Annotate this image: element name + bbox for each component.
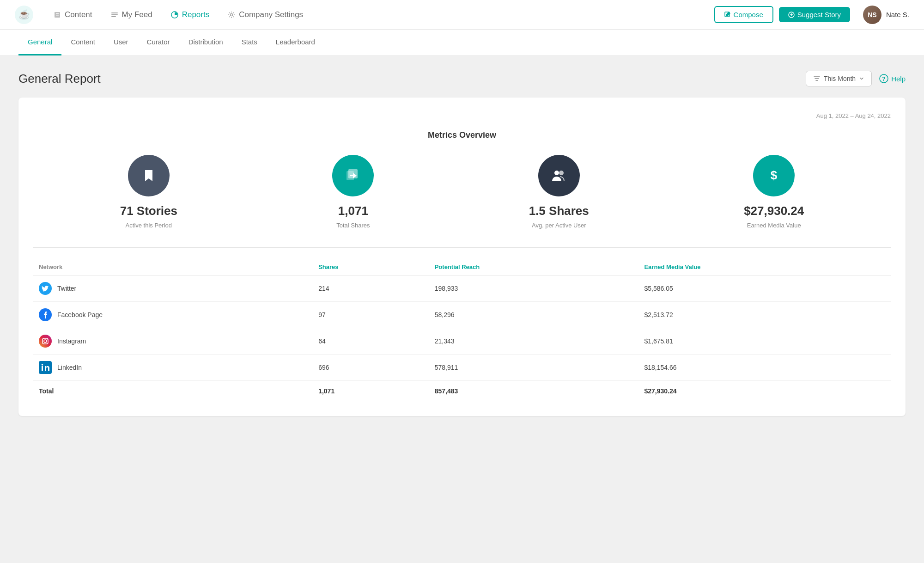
svg-point-9 (231, 13, 233, 16)
stories-value: 71 Stories (120, 204, 177, 218)
svg-rect-3 (56, 13, 59, 14)
nav-reports[interactable]: Reports (162, 0, 219, 30)
reach-cell: 198,933 (429, 275, 639, 302)
svg-text:?: ? (882, 76, 885, 82)
metric-emv: $ $27,930.24 Earned Media Value (744, 155, 804, 229)
svg-point-27 (42, 364, 43, 366)
avg-shares-label: Avg. per Active User (532, 222, 586, 229)
table-header-row: Network Shares Potential Reach Earned Me… (33, 259, 891, 275)
emv-cell: $18,154.66 (638, 355, 891, 381)
total-label: Total (33, 381, 313, 402)
total-row: Total 1,071 857,483 $27,930.24 (33, 381, 891, 402)
network-cell: LinkedIn (33, 355, 313, 381)
network-cell: Twitter (33, 275, 313, 302)
users-icon (538, 155, 580, 196)
col-shares: Shares (313, 259, 429, 275)
nav-content[interactable]: Content (44, 0, 102, 30)
metric-stories: 71 Stories Active this Period (120, 155, 177, 229)
suggest-story-button[interactable]: Suggest Story (779, 7, 850, 22)
help-link[interactable]: ? Help (879, 74, 906, 83)
shares-cell: 214 (313, 275, 429, 302)
compose-button[interactable]: Compose (714, 6, 773, 23)
app-logo[interactable]: ☕ (15, 6, 33, 24)
page-header: General Report This Month ? Help (18, 71, 906, 86)
metrics-grid: 71 Stories Active this Period 1,071 Tota… (33, 155, 891, 229)
report-card: Aug 1, 2022 – Aug 24, 2022 Metrics Overv… (18, 98, 906, 416)
tab-curator[interactable]: Curator (138, 30, 179, 55)
svg-rect-5 (111, 12, 118, 13)
svg-point-17 (559, 171, 564, 175)
network-icon-linkedin (39, 361, 52, 374)
svg-text:$: $ (771, 168, 778, 182)
header-right: This Month ? Help (806, 71, 906, 86)
emv-cell: $2,513.72 (638, 302, 891, 328)
stories-label: Active this Period (126, 222, 172, 229)
nav-my-feed[interactable]: My Feed (102, 0, 162, 30)
avg-shares-value: 1.5 Shares (529, 204, 589, 218)
svg-rect-4 (56, 15, 59, 16)
network-icon-instagram (39, 335, 52, 348)
metric-total-shares: 1,071 Total Shares (332, 155, 374, 229)
tab-leaderboard[interactable]: Leaderboard (267, 30, 324, 55)
network-cell: Instagram (33, 328, 313, 355)
shares-cell: 696 (313, 355, 429, 381)
date-range: Aug 1, 2022 – Aug 24, 2022 (33, 112, 891, 119)
nav-company-settings[interactable]: Company Settings (219, 0, 312, 30)
nav-links: Content My Feed Reports Company Settings (44, 0, 714, 30)
network-table: Network Shares Potential Reach Earned Me… (33, 259, 891, 401)
top-navigation: ☕ Content My Feed Reports (0, 0, 924, 30)
tab-user[interactable]: User (104, 30, 138, 55)
tab-general[interactable]: General (18, 30, 61, 55)
stories-icon (128, 155, 170, 196)
network-icon-twitter (39, 282, 52, 295)
table-row: Instagram 64 21,343 $1,675.81 (33, 328, 891, 355)
network-icon-facebook (39, 308, 52, 321)
svg-rect-26 (42, 366, 43, 371)
svg-rect-6 (111, 14, 118, 15)
emv-cell: $1,675.81 (638, 328, 891, 355)
nav-actions: Compose Suggest Story NS Nate S. (714, 6, 909, 24)
dollar-icon: $ (753, 155, 795, 196)
emv-cell: $5,586.05 (638, 275, 891, 302)
emv-value: $27,930.24 (744, 204, 804, 218)
avatar: NS (863, 6, 881, 24)
table-row: LinkedIn 696 578,911 $18,154.66 (33, 355, 891, 381)
svg-text:☕: ☕ (18, 9, 30, 20)
user-menu[interactable]: NS Nate S. (863, 6, 909, 24)
svg-rect-7 (111, 16, 116, 17)
svg-point-24 (47, 339, 48, 340)
metric-avg-shares: 1.5 Shares Avg. per Active User (529, 155, 589, 229)
shares-cell: 64 (313, 328, 429, 355)
metrics-title: Metrics Overview (33, 130, 891, 140)
total-reach: 857,483 (429, 381, 639, 402)
table-row: Twitter 214 198,933 $5,586.05 (33, 275, 891, 302)
total-shares-label: Total Shares (336, 222, 370, 229)
col-emv: Earned Media Value (638, 259, 891, 275)
total-shares-value: 1,071 (338, 204, 368, 218)
col-reach: Potential Reach (429, 259, 639, 275)
col-network: Network (33, 259, 313, 275)
shares-icon (332, 155, 374, 196)
network-cell: Facebook Page (33, 302, 313, 328)
main-content: General Report This Month ? Help Aug 1 (0, 56, 924, 563)
tab-content[interactable]: Content (61, 30, 104, 55)
emv-label: Earned Media Value (747, 222, 801, 229)
total-shares: 1,071 (313, 381, 429, 402)
svg-point-21 (39, 335, 52, 348)
table-row: Facebook Page 97 58,296 $2,513.72 (33, 302, 891, 328)
total-emv: $27,930.24 (638, 381, 891, 402)
user-name: Nate S. (886, 11, 909, 18)
svg-point-16 (554, 171, 559, 175)
tab-distribution[interactable]: Distribution (179, 30, 232, 55)
tab-stats[interactable]: Stats (232, 30, 267, 55)
reach-cell: 578,911 (429, 355, 639, 381)
reach-cell: 58,296 (429, 302, 639, 328)
filter-button[interactable]: This Month (806, 71, 872, 86)
reach-cell: 21,343 (429, 328, 639, 355)
page-title: General Report (18, 72, 101, 86)
divider (33, 247, 891, 248)
shares-cell: 97 (313, 302, 429, 328)
sub-navigation: General Content User Curator Distributio… (0, 30, 924, 56)
